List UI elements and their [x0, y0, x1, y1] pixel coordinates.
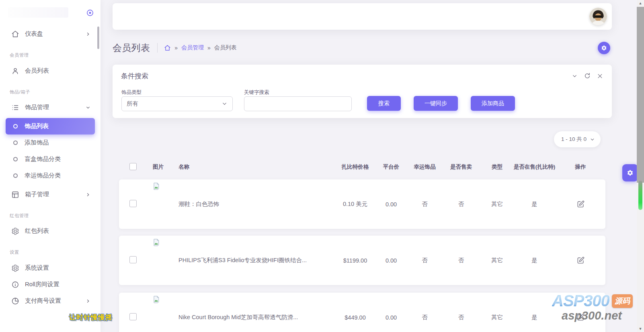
- sidebar-item-label: 仪表盘: [25, 30, 80, 38]
- scroll-down-arrow-icon[interactable]: ▼: [637, 326, 644, 332]
- item-sellable: 否: [441, 314, 481, 321]
- sidebar-item-label: 盲盒饰品分类: [25, 155, 61, 163]
- item-type-label: 饰品类型: [121, 89, 142, 96]
- sidebar-subitem-blindbox-category[interactable]: 盲盒饰品分类: [6, 151, 95, 167]
- collapse-icon[interactable]: [572, 73, 578, 79]
- sidebar-item-item-management[interactable]: 饰品管理: [6, 99, 95, 116]
- sidebar-subitem-add-item[interactable]: 添加饰品: [6, 134, 95, 151]
- edit-icon: [577, 200, 585, 208]
- close-icon[interactable]: [597, 73, 603, 79]
- col-price: 扎比特价格: [336, 163, 374, 171]
- col-type: 类型: [481, 163, 513, 171]
- edit-button[interactable]: [556, 200, 605, 208]
- page-scrollbar[interactable]: ▲ ▼: [637, 0, 644, 332]
- row-checkbox[interactable]: [129, 200, 137, 207]
- sidebar-item-box-management[interactable]: 箱子管理: [6, 186, 95, 203]
- item-price: $1199.00: [336, 257, 374, 264]
- add-product-button[interactable]: 添加商品: [471, 96, 515, 111]
- item-name: 潮鞋：白色恐怖: [178, 200, 336, 208]
- item-on-sale: 是: [513, 314, 556, 321]
- sidebar-item-member-list[interactable]: 会员列表: [6, 63, 95, 79]
- table-row: Nike Court Borough Mid芝加哥高帮透气防滑... $449.…: [119, 293, 605, 332]
- item-lucky: 否: [408, 314, 441, 321]
- broken-image-icon: [153, 239, 160, 246]
- col-platform-price: 平台价: [374, 163, 408, 171]
- top-navbar: [113, 3, 612, 30]
- col-lucky: 幸运饰品: [408, 163, 441, 171]
- divider: [157, 43, 158, 53]
- sidebar-item-roll-room-settings[interactable]: Roll房间设置: [6, 276, 95, 293]
- sidebar-section-settings: 设置: [0, 249, 100, 255]
- info-icon: [11, 281, 19, 289]
- item-type: 其它: [481, 257, 513, 264]
- sidebar-subitem-item-list[interactable]: 饰品列表: [6, 118, 95, 134]
- scrollbar-green-thumb[interactable]: [638, 181, 642, 210]
- table-row: PHILIPS飞利浦S3 Fidelio专业发烧HIFI圈铁结合... $119…: [119, 236, 605, 285]
- edit-button[interactable]: [556, 257, 605, 264]
- table-header: 图片 名称 扎比特价格 平台价 幸运饰品 是否售卖 类型 是否在售(扎比特) 操…: [119, 160, 605, 174]
- search-panel: 条件搜索 饰品类型 所有 关键字搜索 搜索 一键同步 添加商品: [113, 65, 612, 118]
- page-settings-button[interactable]: [598, 42, 610, 54]
- chevron-down-icon: [590, 137, 595, 142]
- pie-chart-icon: [11, 297, 19, 305]
- breadcrumb-separator: »: [174, 45, 178, 51]
- watermark-bottom-right: ASP300 源码 asp300.net: [552, 292, 636, 322]
- broken-image-icon: [153, 296, 160, 303]
- sidebar-item-label: 饰品列表: [25, 122, 49, 130]
- sidebar-item-label: 支付商号设置: [25, 297, 80, 305]
- search-panel-tools: [572, 73, 603, 79]
- refresh-icon[interactable]: [584, 73, 591, 79]
- chevron-down-icon: [85, 105, 91, 110]
- sidebar-scrollbar-thumb[interactable]: [97, 26, 99, 49]
- col-image: 图片: [140, 163, 178, 171]
- bullet-icon: [13, 157, 18, 161]
- sidebar-item-payment-merchant-settings[interactable]: 支付商号设置: [6, 293, 95, 309]
- row-checkbox[interactable]: [129, 313, 137, 320]
- chevron-right-icon: [85, 31, 91, 37]
- gear-icon: [11, 264, 19, 272]
- breadcrumb-link[interactable]: 会员管理: [181, 44, 204, 51]
- sidebar-section-redpacket: 红包管理: [0, 213, 100, 219]
- item-price: 0.10 美元: [336, 200, 374, 208]
- sidebar-item-redpacket-list[interactable]: 红包列表: [6, 223, 95, 239]
- customizer-toggle-button[interactable]: [622, 164, 638, 181]
- item-sellable: 否: [441, 257, 481, 264]
- sidebar-toggle-icon[interactable]: [86, 9, 94, 17]
- keyword-label: 关键字搜索: [244, 89, 269, 96]
- sync-button[interactable]: 一键同步: [414, 96, 458, 111]
- box-layout-icon: [11, 191, 19, 199]
- bullet-icon: [13, 173, 18, 178]
- sidebar-item-system-settings[interactable]: 系统设置: [6, 260, 95, 276]
- item-type: 其它: [481, 314, 513, 321]
- col-on-sale: 是否在售(扎比特): [513, 163, 556, 171]
- sidebar-item-label: 会员列表: [25, 67, 91, 75]
- item-name: PHILIPS飞利浦S3 Fidelio专业发烧HIFI圈铁结合...: [178, 257, 336, 264]
- sidebar-header: [0, 0, 100, 26]
- watermark-url: asp300.net: [562, 309, 636, 322]
- scroll-up-arrow-icon[interactable]: ▲: [637, 0, 644, 6]
- pagination-dropdown[interactable]: 1 - 10 共 0: [554, 131, 601, 147]
- search-button[interactable]: 搜索: [367, 96, 401, 111]
- sidebar-subitem-lucky-category[interactable]: 幸运饰品分类: [6, 167, 95, 184]
- broken-image-icon: [153, 183, 160, 190]
- item-on-sale: 是: [513, 200, 556, 208]
- sidebar-section-items-boxes: 饰品/箱子: [0, 89, 100, 95]
- col-sellable: 是否售卖: [441, 163, 481, 171]
- page-title: 会员列表: [113, 42, 150, 54]
- row-checkbox[interactable]: [129, 256, 137, 263]
- scrollbar-thumb[interactable]: [637, 7, 644, 183]
- sidebar-item-label: Roll房间设置: [25, 281, 91, 288]
- home-icon[interactable]: [164, 45, 171, 51]
- sidebar-item-dashboard[interactable]: 仪表盘: [6, 26, 95, 42]
- table-row: 潮鞋：白色恐怖 0.10 美元 0.00 否 否 其它 是: [119, 179, 605, 229]
- item-type-select[interactable]: 所有: [121, 96, 233, 111]
- item-lucky: 否: [408, 257, 441, 264]
- select-all-checkbox[interactable]: [129, 163, 137, 170]
- item-name: Nike Court Borough Mid芝加哥高帮透气防滑...: [178, 314, 336, 321]
- keyword-input[interactable]: [244, 96, 352, 111]
- col-actions: 操作: [556, 163, 605, 171]
- avatar[interactable]: [589, 8, 607, 25]
- app-logo[interactable]: [8, 7, 68, 18]
- chevron-right-icon: [85, 298, 91, 304]
- item-lucky: 否: [408, 200, 441, 208]
